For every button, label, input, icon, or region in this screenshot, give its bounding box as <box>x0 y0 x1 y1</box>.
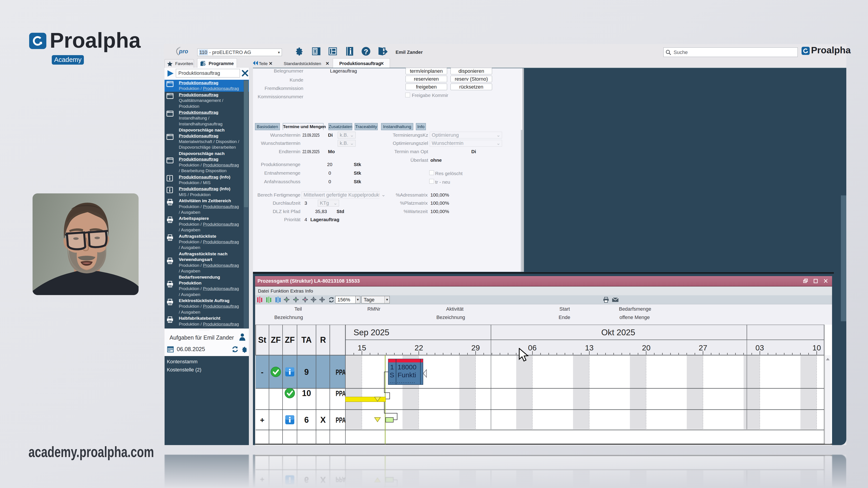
svg-text:13: 13 <box>585 344 594 352</box>
svg-text:29: 29 <box>471 344 480 352</box>
svg-text:... ..........: ... .......... <box>390 379 415 384</box>
svg-text:9: 9 <box>304 367 309 377</box>
svg-text:St: St <box>258 335 266 345</box>
svg-text:20: 20 <box>642 344 651 352</box>
svg-text:S: S <box>390 371 394 379</box>
svg-text:6: 6 <box>304 475 309 484</box>
svg-text:X: X <box>320 475 326 484</box>
svg-text:X: X <box>320 415 326 424</box>
svg-text:6: 6 <box>304 415 309 424</box>
svg-text:15: 15 <box>358 344 366 352</box>
svg-text:22: 22 <box>414 344 423 352</box>
svg-text:Sep 2025: Sep 2025 <box>353 328 389 337</box>
svg-text:TA: TA <box>301 335 311 345</box>
svg-text:ZF: ZF <box>271 335 281 345</box>
svg-text:+: + <box>260 475 265 484</box>
svg-text:-: - <box>261 368 264 377</box>
svg-text:?: ? <box>364 48 368 56</box>
svg-text:03: 03 <box>755 344 764 352</box>
svg-text:Funkti: Funkti <box>398 371 416 379</box>
svg-text:ZF: ZF <box>285 335 295 345</box>
svg-text:27: 27 <box>699 344 707 352</box>
svg-text:18000: 18000 <box>398 363 416 371</box>
svg-text:1: 1 <box>390 363 394 371</box>
svg-text:pro: pro <box>179 48 188 55</box>
svg-text:R: R <box>320 335 326 345</box>
svg-text:+: + <box>260 416 265 424</box>
svg-text:Okt 2025: Okt 2025 <box>601 328 635 337</box>
svg-text:10: 10 <box>302 389 311 398</box>
svg-text:10: 10 <box>812 344 821 352</box>
